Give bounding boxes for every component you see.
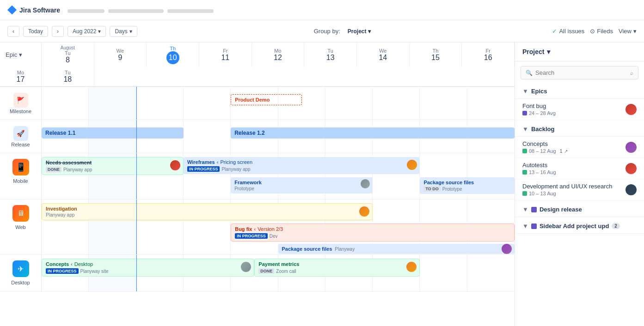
col-dayname-fri16: Fr — [485, 48, 490, 54]
wireframes-status: IN PROGRESS — [187, 166, 220, 172]
col-dayname-mon12: Mo — [274, 48, 281, 54]
epic-column-header[interactable]: Epic ▾ — [0, 42, 42, 67]
font-bug-epic-item[interactable]: Font bug 24 – 28 Avg — [515, 99, 644, 120]
autotests-backlog-item[interactable]: Autotests 13 – 16 Aug — [515, 158, 644, 179]
desktop-row-body: Concepts ‹ Desktop IN PROGRESS Plan — [42, 255, 515, 291]
concepts-backlog-item[interactable]: Concepts 08 – 12 Aug 1 ↗ — [515, 137, 644, 158]
cl10 — [467, 87, 515, 120]
period-selector-button[interactable]: Days ▾ — [110, 26, 137, 37]
desktop-icon: ✈ — [12, 260, 29, 277]
mobile-row: 📱 Mobile — [0, 153, 515, 199]
package-source-mobile-bar[interactable]: Package source files TO DO Prototype — [420, 177, 515, 194]
payment-metrics-title: Payment metrics — [258, 261, 299, 267]
framework-bar[interactable]: Framework Prototype — [231, 177, 373, 193]
release-1-2-bar[interactable]: Release 1.2 — [231, 127, 515, 139]
all-issues-button[interactable]: ✓ All issues — [552, 28, 584, 35]
col-daynum-tue13: 13 — [326, 54, 335, 62]
col-daynum-wed9: 9 — [118, 54, 123, 62]
col-header-fri11: Fr 11 — [199, 42, 252, 67]
project-chevron-icon: ▾ — [547, 48, 550, 55]
sidebar-add-section-header[interactable]: ▼ Sidebar Add project upd 2 — [515, 219, 644, 234]
col-dayname-tue8: Tu — [65, 50, 70, 56]
backlog-section-header[interactable]: ▼ Backlog — [515, 122, 644, 137]
breadcrumb-1 — [67, 9, 104, 13]
milestone-label-cell: 🚩 Milestone — [0, 87, 42, 120]
col-daynum-fri16: 16 — [484, 54, 492, 62]
calendar: Epic ▾ August Tu 8 We 9 Th — [0, 42, 515, 326]
concepts-backlog-date: 08 – 12 Aug 1 ↗ — [522, 148, 621, 154]
sidebar-add-collapse-icon: ▼ — [522, 223, 528, 229]
wireframes-separator: ‹ — [217, 159, 219, 165]
col-daynum-fri11: 11 — [221, 54, 229, 62]
next-button[interactable]: › — [52, 26, 64, 37]
prev-button[interactable]: ‹ — [7, 26, 19, 37]
col-daynum-tue18: 18 — [63, 75, 72, 84]
search-glass-icon: ⌕ — [630, 70, 633, 76]
package-source-mobile-project: Prototype — [442, 187, 462, 192]
bug-fix-bar[interactable]: Bug fix ‹ Version 2/3 IN PROGRESS Dev — [231, 223, 515, 241]
framework-avatar — [361, 179, 370, 188]
col-header-tue8: August Tu 8 — [42, 42, 94, 67]
investigation-avatar — [359, 206, 369, 217]
search-input[interactable] — [535, 69, 627, 76]
wireframes-status-row: IN PROGRESS Planyway app — [187, 166, 417, 172]
investigation-bar[interactable]: Investigation Planyway app — [42, 203, 373, 220]
col-header-mon12: Mo 12 — [252, 42, 305, 67]
col-month-tue8: August — [61, 45, 75, 50]
concepts-status-row: IN PROGRESS Planyway site — [46, 268, 250, 274]
needs-assessment-bar[interactable]: Needs assessment DONE Planyway app — [42, 157, 184, 175]
col-daynum-thu10: 10 — [166, 51, 179, 64]
payment-metrics-bar[interactable]: Payment metrics DONE Zoom call — [254, 259, 420, 277]
release-1-1-bar[interactable]: Release 1.1 — [42, 127, 184, 139]
wireframes-bar[interactable]: Wireframes ‹ Pricing screen IN PROGRESS — [184, 157, 420, 174]
product-demo-content: Product Demo — [231, 94, 301, 105]
date-label: Aug 2022 — [73, 28, 96, 35]
payment-metrics-status: DONE — [258, 268, 274, 274]
col-dayname-wed14: We — [379, 48, 386, 54]
needs-assessment-title-row: Needs assessment — [46, 160, 179, 165]
col-header-wed9: We 9 — [94, 42, 147, 67]
dev-ux-backlog-name: Development and UI/UX research — [522, 183, 621, 190]
bug-fix-sep: ‹ — [254, 226, 256, 232]
package-source-web-bar[interactable]: Package source files Planyway — [278, 244, 515, 254]
project-title-text: Project — [522, 48, 544, 55]
needs-assessment-status-row: DONE Planyway app — [46, 167, 179, 172]
concepts-status: IN PROGRESS — [46, 268, 79, 274]
design-release-section-header[interactable]: ▼ Design release — [515, 202, 644, 217]
web-label-cell: 🖥 Web — [0, 199, 42, 254]
col-daynum-mon12: 12 — [274, 54, 282, 62]
sidebar-add-count: 2 — [612, 223, 620, 229]
toolbar-left: ‹ Today › Aug 2022 ▾ Days ▾ — [7, 26, 137, 37]
today-button[interactable]: Today — [23, 26, 48, 37]
milestone-row: 🚩 Milestone — [0, 87, 515, 120]
autotests-backlog-dot — [522, 170, 527, 175]
epics-section-header[interactable]: ▼ Epics — [515, 84, 644, 99]
concepts-backlog-avatar — [626, 142, 637, 153]
rcl4 — [184, 120, 231, 153]
concepts-backlog-info: Concepts 08 – 12 Aug 1 ↗ — [522, 140, 621, 154]
col-dayname-thu10: Th — [170, 46, 176, 51]
package-source-web-title: Package source files — [282, 246, 332, 252]
concepts-bar[interactable]: Concepts ‹ Desktop IN PROGRESS Plan — [42, 259, 254, 277]
col-header-wed14: We 14 — [357, 42, 410, 67]
date-picker-button[interactable]: Aug 2022 ▾ — [67, 26, 106, 37]
bug-fix-status: IN PROGRESS — [235, 233, 268, 239]
product-demo-bar[interactable]: Product Demo — [231, 94, 301, 105]
dev-ux-backlog-info: Development and UI/UX research 10 – 13 A… — [522, 183, 621, 196]
col-dayname-tue13: Tu — [327, 48, 333, 54]
design-release-dot — [531, 207, 537, 212]
calendar-rows: 🚩 Milestone — [0, 87, 515, 326]
cl7 — [325, 87, 373, 120]
design-release-collapse-icon: ▼ — [522, 206, 528, 213]
concepts-sub: Desktop — [74, 261, 93, 267]
font-bug-dot — [522, 111, 527, 115]
bug-fix-project: Dev — [270, 234, 278, 239]
app-name: Jira Software — [19, 6, 60, 14]
group-by-button[interactable]: Project ▾ — [343, 26, 376, 36]
view-button[interactable]: View ▾ — [619, 28, 637, 35]
dev-ux-backlog-item[interactable]: Development and UI/UX research 10 – 13 A… — [515, 179, 644, 200]
fields-button[interactable]: ⊙ Fileds — [590, 28, 613, 35]
release-label: Release — [11, 142, 30, 147]
bug-fix-title: Bug fix — [235, 226, 252, 232]
needs-assessment-status: DONE — [46, 167, 61, 172]
